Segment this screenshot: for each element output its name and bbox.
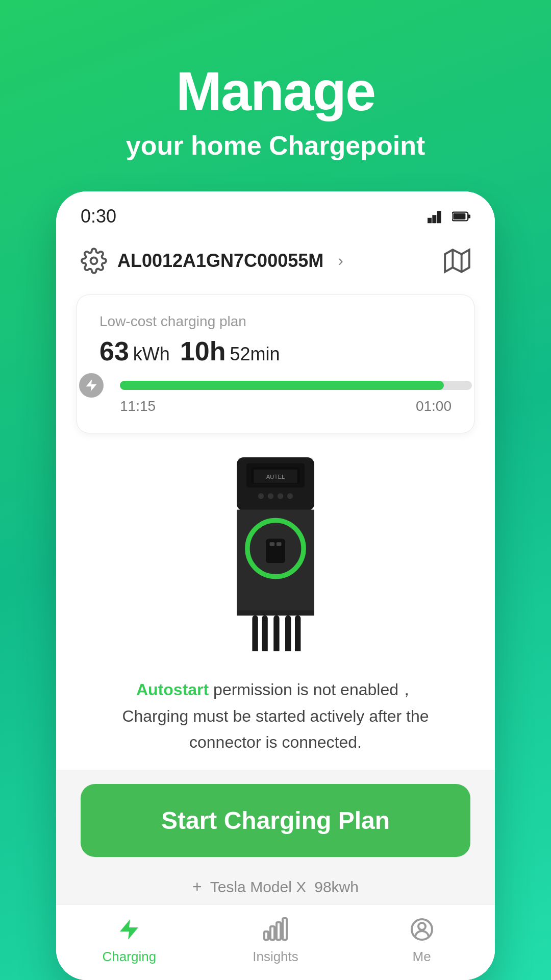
add-vehicle-icon: + bbox=[192, 877, 202, 896]
device-id: AL0012A1GN7C00055M bbox=[117, 250, 323, 272]
plan-label: Low-cost charging plan bbox=[99, 313, 452, 330]
progress-time-start: 11:15 bbox=[120, 398, 156, 414]
charger-svg: AUTEL bbox=[214, 457, 337, 651]
chevron-right-icon: › bbox=[338, 251, 343, 270]
map-icon[interactable] bbox=[444, 248, 470, 274]
svg-rect-34 bbox=[277, 922, 281, 940]
plan-stats: 63 kWh 10h 52min bbox=[99, 336, 452, 366]
svg-point-6 bbox=[91, 257, 97, 264]
progress-track bbox=[120, 381, 472, 390]
svg-rect-35 bbox=[283, 918, 287, 940]
bottom-nav: Charging Insights bbox=[56, 904, 495, 980]
device-info: AL0012A1GN7C00055M › bbox=[81, 248, 343, 274]
svg-point-37 bbox=[418, 923, 425, 930]
svg-rect-20 bbox=[270, 542, 275, 546]
svg-marker-0 bbox=[428, 217, 432, 223]
insights-nav-icon bbox=[261, 915, 290, 944]
autostart-message: Autostart permission is not enabled，Char… bbox=[56, 667, 495, 770]
plan-minutes: 52min bbox=[230, 344, 280, 365]
header-title: Manage bbox=[31, 61, 520, 122]
vehicle-info: + Tesla Model X 98kwh bbox=[56, 867, 495, 904]
svg-rect-32 bbox=[264, 932, 268, 940]
svg-rect-28 bbox=[285, 615, 291, 651]
charger-image-section: AUTEL bbox=[56, 442, 495, 667]
svg-rect-21 bbox=[277, 542, 282, 546]
svg-point-15 bbox=[278, 493, 283, 499]
header-section: Manage your home Chargepoint bbox=[0, 0, 551, 191]
status-time: 0:30 bbox=[81, 206, 116, 227]
status-bar: 0:30 bbox=[56, 191, 495, 235]
svg-rect-4 bbox=[468, 214, 470, 218]
me-nav-label: Me bbox=[413, 949, 431, 965]
plan-kwh-unit: kWh bbox=[133, 344, 170, 365]
svg-point-16 bbox=[287, 493, 293, 499]
vehicle-model: Tesla Model X bbox=[210, 878, 306, 896]
progress-times: 11:15 01:00 bbox=[120, 398, 452, 414]
svg-rect-25 bbox=[252, 615, 258, 651]
gear-icon bbox=[81, 248, 107, 274]
svg-rect-33 bbox=[270, 926, 274, 940]
start-button-section: Start Charging Plan bbox=[56, 770, 495, 867]
charging-nav-label: Charging bbox=[103, 949, 157, 965]
device-header: AL0012A1GN7C00055M › bbox=[56, 235, 495, 286]
plan-kwh-value: 63 bbox=[99, 336, 129, 366]
svg-rect-26 bbox=[262, 615, 267, 651]
autostart-link[interactable]: Autostart bbox=[136, 680, 209, 699]
svg-marker-2 bbox=[437, 211, 441, 223]
signal-icon bbox=[428, 209, 444, 224]
svg-marker-1 bbox=[432, 215, 436, 223]
progress-time-end: 01:00 bbox=[416, 398, 452, 414]
plan-hours: 10h bbox=[180, 336, 226, 366]
start-charging-button[interactable]: Start Charging Plan bbox=[81, 784, 470, 857]
status-icons bbox=[428, 209, 470, 224]
battery-icon bbox=[452, 209, 470, 224]
insights-nav-label: Insights bbox=[253, 949, 298, 965]
svg-point-14 bbox=[268, 493, 273, 499]
me-nav-icon bbox=[408, 915, 436, 944]
nav-item-insights[interactable]: Insights bbox=[203, 915, 349, 965]
svg-rect-24 bbox=[237, 610, 314, 616]
progress-container bbox=[99, 381, 452, 390]
charger-device: AUTEL bbox=[214, 457, 337, 651]
phone-content: AL0012A1GN7C00055M › Low-cost charging p… bbox=[56, 235, 495, 980]
header-subtitle: your home Chargepoint bbox=[31, 130, 520, 161]
svg-text:AUTEL: AUTEL bbox=[266, 473, 285, 479]
vehicle-battery: 98kwh bbox=[314, 878, 359, 896]
charging-nav-icon bbox=[115, 915, 143, 944]
progress-fill bbox=[120, 381, 444, 390]
phone-card: 0:30 AL0012A1GN7C0 bbox=[56, 191, 495, 980]
svg-point-13 bbox=[258, 493, 264, 499]
svg-marker-7 bbox=[445, 250, 469, 272]
svg-rect-5 bbox=[453, 213, 465, 219]
nav-item-me[interactable]: Me bbox=[348, 915, 495, 965]
svg-rect-19 bbox=[266, 538, 285, 563]
svg-rect-29 bbox=[295, 615, 300, 651]
nav-item-charging[interactable]: Charging bbox=[56, 915, 203, 965]
progress-thumb bbox=[79, 373, 104, 398]
svg-rect-27 bbox=[273, 615, 279, 651]
charging-plan-card: Low-cost charging plan 63 kWh 10h 52min … bbox=[77, 295, 474, 433]
